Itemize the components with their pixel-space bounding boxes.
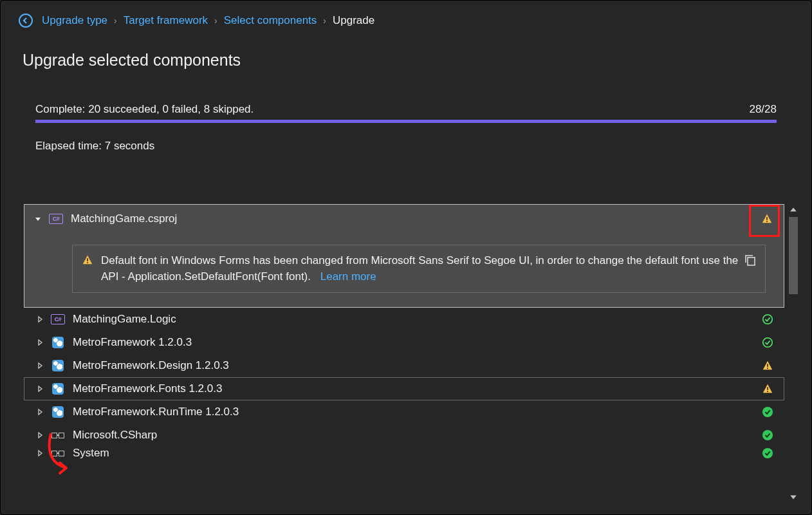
nuget-icon xyxy=(51,360,65,371)
warning-message: Default font in Windows Forms has been c… xyxy=(101,254,738,283)
upgrade-window: Upgrade type › Target framework › Select… xyxy=(0,0,812,515)
result-row-2[interactable]: MetroFramework.Design 1.2.0.3 xyxy=(24,354,784,377)
result-label: MatchingGame.Logic xyxy=(73,313,176,326)
svg-rect-2 xyxy=(87,258,88,261)
success-icon xyxy=(761,313,774,326)
svg-rect-8 xyxy=(767,368,768,369)
breadcrumb-link-1[interactable]: Target framework xyxy=(124,14,208,27)
svg-point-5 xyxy=(763,315,772,324)
svg-point-6 xyxy=(763,338,772,347)
result-row-5[interactable]: Microsoft.CSharp xyxy=(24,424,784,447)
expander-closed-icon[interactable] xyxy=(37,409,43,415)
status-summary: Complete: 20 succeeded, 0 failed, 8 skip… xyxy=(35,103,254,116)
results-scroll[interactable]: C# MatchingGame.csproj Default font in W… xyxy=(24,204,784,503)
expander-closed-icon[interactable] xyxy=(37,450,43,456)
svg-rect-1 xyxy=(766,221,768,222)
breadcrumb: Upgrade type › Target framework › Select… xyxy=(1,12,811,28)
elapsed-time: Elapsed time: 7 seconds xyxy=(35,140,811,153)
expander-closed-icon[interactable] xyxy=(37,362,43,369)
warning-message-panel: Default font in Windows Forms has been c… xyxy=(72,245,766,293)
scroll-up-button[interactable] xyxy=(788,204,799,216)
expander-closed-icon[interactable] xyxy=(37,386,43,392)
result-label: Microsoft.CSharp xyxy=(73,429,157,442)
chevron-right-icon: › xyxy=(114,15,117,26)
svg-rect-10 xyxy=(767,391,768,392)
breadcrumb-link-2[interactable]: Select components xyxy=(224,14,317,27)
chevron-right-icon: › xyxy=(323,15,326,26)
chevron-right-icon: › xyxy=(214,15,217,26)
svg-rect-7 xyxy=(767,364,768,368)
svg-rect-3 xyxy=(87,262,88,263)
expanded-project-block: C# MatchingGame.csproj Default font in W… xyxy=(24,204,784,308)
result-label: MetroFramework.Fonts 1.2.0.3 xyxy=(73,382,222,395)
result-row-1[interactable]: MetroFramework 1.2.0.3 xyxy=(24,331,784,354)
svg-rect-9 xyxy=(767,388,768,391)
success-filled-icon xyxy=(761,447,774,460)
status-counter: 28/28 xyxy=(749,103,777,116)
svg-rect-0 xyxy=(766,217,768,220)
learn-more-link[interactable]: Learn more xyxy=(320,270,376,283)
scroll-track[interactable] xyxy=(788,217,799,490)
results-panel: C# MatchingGame.csproj Default font in W… xyxy=(24,204,800,503)
breadcrumb-link-0[interactable]: Upgrade type xyxy=(42,14,107,27)
csharp-icon: C# xyxy=(51,314,65,325)
result-label: MetroFramework.RunTime 1.2.0.3 xyxy=(73,406,239,418)
svg-point-11 xyxy=(762,407,773,417)
result-row-3[interactable]: MetroFramework.Fonts 1.2.0.3 xyxy=(24,377,784,400)
expander-closed-icon[interactable] xyxy=(37,432,43,438)
result-row-6[interactable]: System xyxy=(24,447,784,460)
page-title: Upgrade selected components xyxy=(1,28,811,70)
project-row-matchinggame[interactable]: C# MatchingGame.csproj xyxy=(24,205,784,232)
result-label: MetroFramework.Design 1.2.0.3 xyxy=(73,359,229,372)
back-button[interactable] xyxy=(19,14,33,28)
result-row-0[interactable]: C#MatchingGame.Logic xyxy=(24,308,784,331)
success-filled-icon xyxy=(761,406,774,418)
project-name: MatchingGame.csproj xyxy=(71,212,177,225)
status-row: Complete: 20 succeeded, 0 failed, 8 skip… xyxy=(35,103,777,116)
result-label: MetroFramework 1.2.0.3 xyxy=(73,336,192,349)
expander-closed-icon[interactable] xyxy=(37,339,43,346)
nuget-icon xyxy=(51,383,65,395)
warning-icon xyxy=(761,359,774,372)
ref-icon xyxy=(51,447,65,459)
vertical-scrollbar[interactable] xyxy=(787,204,800,503)
result-label: System xyxy=(73,447,109,460)
scroll-down-button[interactable] xyxy=(788,491,799,503)
success-filled-icon xyxy=(761,429,774,442)
ref-icon xyxy=(51,429,65,441)
warning-icon xyxy=(761,212,773,225)
svg-point-13 xyxy=(762,448,773,458)
csharp-project-icon: C# xyxy=(49,213,63,225)
expander-open-icon[interactable] xyxy=(35,216,41,222)
expander-closed-icon[interactable] xyxy=(37,316,43,323)
progress-bar xyxy=(35,120,777,123)
svg-rect-4 xyxy=(748,258,755,265)
warning-text: Default font in Windows Forms has been c… xyxy=(101,253,756,285)
svg-point-12 xyxy=(762,430,773,440)
warning-icon xyxy=(82,254,93,285)
nuget-icon xyxy=(51,406,65,418)
copy-icon[interactable] xyxy=(743,253,757,267)
scroll-thumb[interactable] xyxy=(789,217,798,294)
warning-icon xyxy=(761,382,774,395)
success-icon xyxy=(761,336,774,349)
result-row-4[interactable]: MetroFramework.RunTime 1.2.0.3 xyxy=(24,400,784,424)
nuget-icon xyxy=(51,337,65,348)
breadcrumb-current: Upgrade xyxy=(333,14,374,27)
